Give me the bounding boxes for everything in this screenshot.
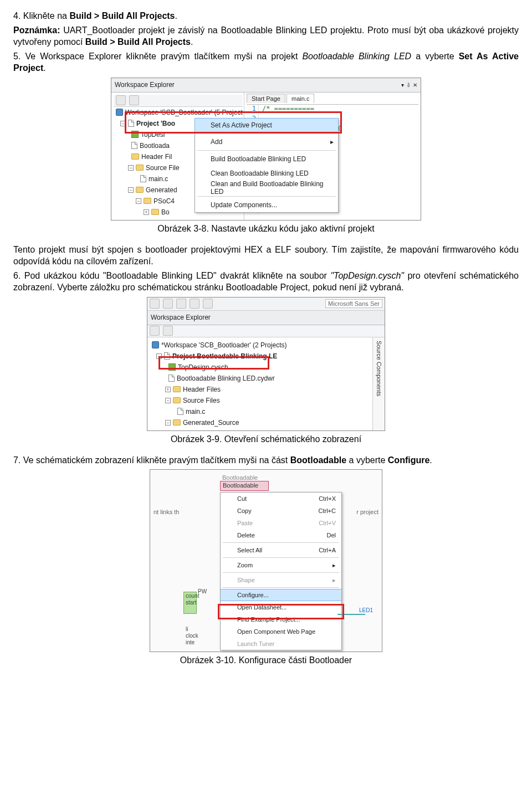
folder-icon	[136, 165, 144, 171]
tree-hf-label: Header Files	[183, 386, 221, 393]
tool-btn[interactable]	[129, 95, 139, 105]
tool-btn[interactable]	[150, 326, 160, 336]
ctx-build[interactable]: Build Bootloadable Blinking LED	[195, 152, 338, 166]
font-selector[interactable]: Microsoft Sans Ser	[325, 299, 382, 308]
ctx-launch-tuner: Launch Tuner	[221, 638, 341, 650]
led-label: LED1	[359, 607, 373, 613]
menu-separator	[223, 542, 339, 543]
pin-icon[interactable]: ⇩	[406, 82, 411, 88]
tree-ps-label: PSoC4	[154, 197, 175, 205]
ctx-find-example[interactable]: Find Example Project...	[221, 613, 341, 625]
collapse-icon[interactable]: −	[156, 353, 162, 359]
ctx-zoom[interactable]: Zoom▸	[221, 559, 341, 571]
s7-post: .	[429, 455, 432, 465]
s4-post2: .	[191, 37, 193, 47]
component-label: Bootloadable	[222, 474, 258, 481]
ctx-copy[interactable]: CopyCtrl+C	[221, 505, 341, 517]
tree-project[interactable]: − Project Bootloadable Blinking LE	[150, 351, 370, 362]
collapse-icon[interactable]: −	[128, 187, 134, 193]
collapse-icon[interactable]: −	[165, 420, 171, 425]
figure-3-10: Bootloadable Bootloadable nt links th r …	[13, 469, 519, 652]
tool-btn[interactable]	[163, 326, 173, 336]
ctx-open-web[interactable]: Open Component Web Page	[221, 625, 341, 638]
close-icon[interactable]: ✕	[413, 82, 417, 88]
s6-it: "TopDesign.cysch"	[330, 271, 404, 280]
context-menu: CutCtrl+X CopyCtrl+C PasteCtrl+V DeleteD…	[220, 492, 342, 650]
tree-topdesign[interactable]: TopDesign.cysch	[150, 362, 370, 373]
menu-separator	[197, 150, 336, 151]
wire	[337, 614, 365, 615]
caption-3-10: Obrázek 3-10. Konfigurace části Bootload…	[13, 654, 519, 666]
ctx-clean-build[interactable]: Clean and Build Bootloadable Blinking LE…	[195, 181, 338, 195]
tree-source-files[interactable]: − Source Files	[150, 395, 370, 406]
ws-root-label: Workspace 'SCB_Bootloader' (5 Projects)	[125, 109, 243, 116]
tool-btn[interactable]	[190, 299, 200, 309]
ws-tree: *Workspace 'SCB_Bootloader' (2 Projects)…	[147, 337, 372, 430]
folder-icon	[131, 153, 139, 160]
tool-btn[interactable]	[176, 299, 186, 309]
ctx-add[interactable]: Add▸	[195, 135, 338, 149]
tree-mainc-label: main.c	[149, 175, 168, 183]
ctx-delete[interactable]: DeleteDel	[221, 529, 341, 541]
side-tabs[interactable]: Source Components	[372, 337, 385, 430]
bootloadable-component[interactable]: Bootloadable	[220, 481, 269, 491]
ctx-cut[interactable]: CutCtrl+X	[221, 493, 341, 505]
ctx-datasheet[interactable]: Open Datasheet...	[221, 601, 341, 613]
tree-bo-label: Bo	[161, 208, 170, 216]
doc-icon	[131, 142, 137, 149]
ctx-shape: Shape▸	[221, 574, 341, 586]
ws-explorer-title: Workspace Explorer	[151, 314, 211, 321]
collapse-icon[interactable]: −	[128, 165, 134, 171]
tab-start-page[interactable]: Start Page	[247, 94, 285, 103]
tree-bootloada-label: Bootloada	[140, 142, 170, 150]
ws-root[interactable]: Workspace 'SCB_Bootloader' (5 Projects)	[114, 107, 243, 118]
tree-project-label: Project Bootloadable Blinking LE	[172, 352, 277, 360]
tree-generated[interactable]: − Generated_Source	[150, 417, 370, 428]
tree-hf-label: Header Fil	[141, 153, 172, 161]
caption-3-9: Obrázek 3-9. Otevření schématického zobr…	[13, 433, 519, 445]
ctx-configure[interactable]: Configure...	[221, 589, 341, 601]
tool-btn[interactable]	[150, 299, 160, 309]
ctx-clean[interactable]: Clean Bootloadable Blinking LED	[195, 166, 338, 181]
step-4-note: Poznámka: UART_Bootloader projekt je záv…	[13, 24, 519, 48]
side-tab-source[interactable]: Source Components	[376, 341, 382, 396]
editor-tabs: Start Page main.c	[247, 94, 418, 103]
ws-explorer-header: Workspace Explorer ▾ ⇩ ✕	[111, 78, 421, 93]
expand-icon[interactable]: +	[144, 209, 149, 215]
folder-icon	[136, 187, 144, 193]
ctx-select-all[interactable]: Select AllCtrl+A	[221, 544, 341, 556]
tool-btn[interactable]	[163, 299, 173, 309]
collapse-icon[interactable]: −	[136, 198, 141, 204]
tree-main-c[interactable]: main.c	[150, 406, 370, 417]
menu-separator	[197, 133, 336, 134]
tree-sf-label: Source File	[146, 164, 180, 172]
tool-btn[interactable]	[116, 95, 126, 105]
tool-btn[interactable]	[203, 299, 213, 309]
context-menu: Set As Active Project Add▸ Build Bootloa…	[195, 118, 339, 213]
folder-icon	[173, 386, 181, 392]
ctx-update[interactable]: Update Components...	[195, 198, 338, 212]
s7-b2: Configure	[388, 455, 430, 465]
dropdown-arrow-icon[interactable]: ▾	[401, 82, 404, 88]
tree-cydwr-label: Bootloadable Blinking LED.cydwr	[177, 375, 275, 382]
tab-main-c[interactable]: main.c	[287, 94, 314, 103]
fig1-frame: Workspace Explorer ▾ ⇩ ✕ Workspace 'SCB_…	[111, 78, 421, 220]
collapse-icon[interactable]: −	[165, 398, 171, 403]
menu-separator	[197, 196, 336, 197]
s5-mid: a vyberte	[411, 52, 459, 61]
ws-root[interactable]: *Workspace 'SCB_Bootloader' (2 Projects)	[150, 340, 370, 351]
tree-header-files[interactable]: + Header Files	[150, 384, 370, 395]
ctx-set-active[interactable]: Set As Active Project	[195, 118, 339, 132]
menu-separator	[223, 587, 339, 588]
main-toolbar: Microsoft Sans Ser	[147, 298, 385, 311]
tree-sf-label: Source Files	[183, 397, 220, 404]
s4-post: .	[175, 11, 177, 20]
step-4: 4. Klikněte na Build > Build All Project…	[13, 10, 519, 22]
tree-topdesign-label: TopDesi	[141, 131, 165, 139]
code-line: /* ==========	[259, 105, 314, 115]
folder-icon	[151, 209, 159, 215]
tree-cydwr[interactable]: Bootloadable Blinking LED.cydwr	[150, 373, 370, 384]
c-file-icon	[177, 408, 183, 415]
collapse-icon[interactable]: −	[120, 121, 126, 126]
expand-icon[interactable]: +	[165, 387, 171, 392]
